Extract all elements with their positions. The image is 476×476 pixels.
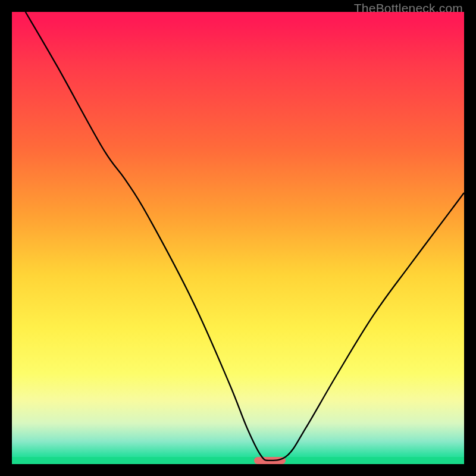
curve-path xyxy=(26,12,464,461)
chart-frame: TheBottleneck.com xyxy=(0,0,476,476)
plot-area xyxy=(12,12,464,464)
bottleneck-curve xyxy=(12,12,464,464)
